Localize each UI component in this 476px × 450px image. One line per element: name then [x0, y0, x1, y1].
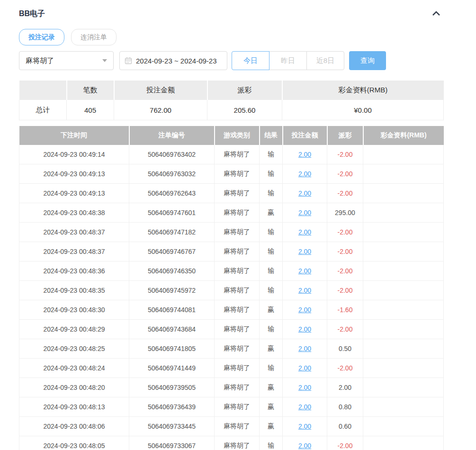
game-category-cell: 麻将胡了: [215, 261, 260, 281]
order-number-cell: 5064069733067: [129, 436, 215, 450]
bet-time-cell: 2024-09-23 00:48:35: [19, 281, 129, 300]
bonus-cell: [363, 281, 444, 300]
table-row: 2024-09-23 00:48:365064069746350麻将胡了输2.0…: [19, 261, 444, 281]
order-number-cell: 5064069743684: [129, 320, 215, 339]
result-cell: 输: [260, 261, 283, 281]
payout-cell: -2.00: [327, 320, 363, 339]
bet-amount-cell: 2.00: [283, 300, 327, 320]
bet-amount-link[interactable]: 2.00: [298, 248, 311, 255]
last-8-days-button[interactable]: 近8日: [306, 51, 344, 70]
game-select[interactable]: 麻将胡了: [19, 51, 114, 70]
game-category-cell: 麻将胡了: [215, 223, 260, 242]
bet-amount-link[interactable]: 2.00: [298, 403, 311, 411]
quick-date-group: 今日 昨日 近8日: [232, 51, 344, 70]
summary-total-bet-amount: 762.00: [114, 100, 207, 120]
page-title: BB电子: [19, 9, 45, 19]
bet-amount-cell: 2.00: [283, 339, 327, 359]
payout-cell: -2.00: [327, 145, 363, 164]
table-row: 2024-09-23 00:49:145064069763402麻将胡了输2.0…: [19, 145, 444, 164]
table-row: 2024-09-23 00:49:135064069763032麻将胡了输2.0…: [19, 164, 444, 184]
summary-header-bonus: 彩金资料(RMB): [282, 81, 444, 100]
collapse-button[interactable]: [429, 9, 443, 18]
bet-time-cell: 2024-09-23 00:48:20: [19, 378, 129, 397]
bet-amount-link[interactable]: 2.00: [298, 287, 311, 294]
result-cell: 赢: [260, 378, 283, 397]
payout-cell: -1.60: [327, 300, 363, 320]
game-select-value: 麻将胡了: [26, 56, 54, 65]
result-cell: 输: [260, 184, 283, 203]
bet-amount-link[interactable]: 2.00: [298, 267, 311, 275]
result-cell: 赢: [260, 339, 283, 359]
bet-amount-link[interactable]: 2.00: [298, 364, 311, 372]
bet-amount-link[interactable]: 2.00: [298, 170, 311, 178]
bet-records-panel: BB电子 投注记录 连消注单 麻将胡了: [0, 0, 476, 450]
result-cell: 输: [260, 164, 283, 184]
bonus-cell: [363, 339, 444, 359]
search-button[interactable]: 查询: [349, 51, 386, 70]
bet-time-cell: 2024-09-23 00:49:14: [19, 145, 129, 164]
bet-time-cell: 2024-09-23 00:48:13: [19, 397, 129, 417]
order-number-cell: 5064069747601: [129, 203, 215, 223]
summary-header-blank: [19, 81, 67, 100]
table-row: 2024-09-23 00:48:255064069741805麻将胡了赢2.0…: [19, 339, 444, 359]
header-result: 结果: [260, 126, 283, 145]
bet-amount-link[interactable]: 2.00: [298, 228, 311, 236]
payout-cell: 295.00: [327, 203, 363, 223]
game-category-cell: 麻将胡了: [215, 242, 260, 261]
header-bet-amount: 投注金额: [283, 126, 327, 145]
bet-amount-link[interactable]: 2.00: [298, 345, 311, 352]
summary-total-label: 总计: [19, 100, 67, 120]
chevron-up-icon: [432, 10, 440, 18]
bet-amount-cell: 2.00: [283, 436, 327, 450]
payout-cell: -2.00: [327, 359, 363, 378]
order-number-cell: 5064069746767: [129, 242, 215, 261]
order-number-cell: 5064069745972: [129, 281, 215, 300]
bet-amount-cell: 2.00: [283, 397, 327, 417]
game-category-cell: 麻将胡了: [215, 378, 260, 397]
bet-amount-link[interactable]: 2.00: [298, 442, 311, 450]
payout-cell: 0.60: [327, 417, 363, 436]
bet-amount-cell: 2.00: [283, 242, 327, 261]
payout-cell: -2.00: [327, 261, 363, 281]
table-row: 2024-09-23 00:48:135064069736439麻将胡了赢2.0…: [19, 397, 444, 417]
panel-header: BB电子: [19, 7, 443, 21]
bonus-cell: [363, 417, 444, 436]
bet-amount-link[interactable]: 2.00: [298, 325, 311, 333]
bonus-cell: [363, 242, 444, 261]
bet-amount-cell: 2.00: [283, 203, 327, 223]
bet-amount-link[interactable]: 2.00: [298, 423, 311, 430]
tab-bet-records[interactable]: 投注记录: [19, 29, 64, 45]
table-row: 2024-09-23 00:49:135064069762643麻将胡了输2.0…: [19, 184, 444, 203]
summary-header-bet-amount: 投注金额: [114, 81, 207, 100]
summary-header-row: 笔数 投注金额 派彩 彩金资料(RMB): [19, 81, 444, 100]
order-number-cell: 5064069736439: [129, 397, 215, 417]
table-row: 2024-09-23 00:48:305064069744081麻将胡了赢2.0…: [19, 300, 444, 320]
game-category-cell: 麻将胡了: [215, 397, 260, 417]
today-button[interactable]: 今日: [232, 51, 269, 70]
summary-header-payout: 派彩: [207, 81, 282, 100]
game-category-cell: 麻将胡了: [215, 281, 260, 300]
bet-amount-cell: 2.00: [283, 223, 327, 242]
game-category-cell: 麻将胡了: [215, 417, 260, 436]
date-range-picker[interactable]: 2024-09-23 ~ 2024-09-23: [119, 51, 227, 70]
bet-amount-cell: 2.00: [283, 378, 327, 397]
bonus-cell: [363, 359, 444, 378]
bet-amount-link[interactable]: 2.00: [298, 209, 311, 216]
table-row: 2024-09-23 00:48:355064069745972麻将胡了输2.0…: [19, 281, 444, 300]
bet-amount-link[interactable]: 2.00: [298, 151, 311, 158]
bet-amount-link[interactable]: 2.00: [298, 306, 311, 314]
bet-time-cell: 2024-09-23 00:48:29: [19, 320, 129, 339]
result-cell: 赢: [260, 203, 283, 223]
bonus-cell: [363, 436, 444, 450]
yesterday-button[interactable]: 昨日: [269, 51, 307, 70]
tab-cancelled-orders[interactable]: 连消注单: [71, 29, 117, 45]
bonus-cell: [363, 223, 444, 242]
bet-time-cell: 2024-09-23 00:48:37: [19, 242, 129, 261]
result-cell: 输: [260, 242, 283, 261]
bet-amount-link[interactable]: 2.00: [298, 189, 311, 197]
payout-cell: 2.00: [327, 378, 363, 397]
result-cell: 赢: [260, 417, 283, 436]
result-cell: 赢: [260, 300, 283, 320]
bet-table-header-row: 下注时间 注单编号 游戏类别 结果 投注金额 派彩 彩金资料(RMB): [19, 126, 444, 145]
bet-amount-link[interactable]: 2.00: [298, 384, 311, 391]
